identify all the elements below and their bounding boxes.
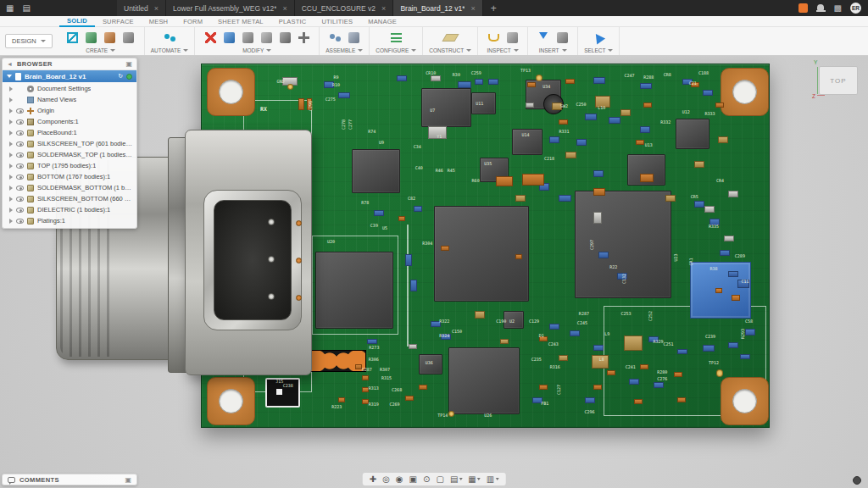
ribbon-group-label[interactable]: CONFIGURE <box>376 47 416 53</box>
fit-icon[interactable]: ▢ <box>436 475 443 484</box>
capacitor[interactable] <box>374 210 384 216</box>
ribbon-group-label[interactable]: CREATE <box>86 47 115 53</box>
inductor[interactable] <box>665 195 676 202</box>
capacitor[interactable] <box>694 201 704 208</box>
capacitor[interactable] <box>629 379 639 385</box>
capacitor[interactable] <box>570 330 580 336</box>
resistor[interactable] <box>419 385 427 390</box>
resistor[interactable] <box>643 103 652 108</box>
capacitor[interactable] <box>410 280 417 291</box>
document-tab[interactable]: Untitled× <box>117 0 166 16</box>
resistor[interactable] <box>441 246 449 251</box>
ribbon-group-label[interactable]: CONSTRUCT <box>429 47 471 53</box>
section-analysis-icon[interactable] <box>504 30 520 45</box>
construction-plane-icon[interactable] <box>442 30 459 45</box>
user-avatar[interactable]: ER <box>850 3 861 14</box>
ic-chip[interactable] <box>421 88 472 128</box>
ic-chip[interactable] <box>315 252 393 330</box>
ribbon-group-label[interactable]: MODIFY <box>242 47 271 53</box>
inductor[interactable] <box>500 339 509 345</box>
viewports-icon[interactable]: ▥ <box>487 475 498 484</box>
resistor[interactable] <box>715 288 722 293</box>
capacitor[interactable] <box>475 79 483 85</box>
capacitor[interactable] <box>405 254 412 266</box>
mounting-pad[interactable] <box>721 377 769 425</box>
visibility-eye-icon[interactable] <box>16 152 24 158</box>
tab-close-icon[interactable]: × <box>282 4 287 13</box>
resistor[interactable] <box>515 254 522 259</box>
ribbon-tab-solid[interactable]: SOLID <box>59 16 95 27</box>
resistor[interactable] <box>405 396 414 401</box>
capacitor[interactable] <box>593 77 605 84</box>
diode[interactable] <box>526 103 534 108</box>
ribbon-group-label[interactable]: AUTOMATE <box>151 47 189 53</box>
resistor[interactable] <box>565 79 574 84</box>
visibility-eye-icon[interactable] <box>16 141 24 147</box>
document-tab[interactable]: Brain_Board_12 v1*× <box>393 0 482 16</box>
tab-close-icon[interactable]: × <box>470 4 475 13</box>
ribbon-group-label[interactable]: INSPECT <box>487 47 519 53</box>
ribbon-tab-sheet-metal[interactable]: SHEET METAL <box>210 16 271 27</box>
pan-icon[interactable]: ✚ <box>370 475 376 484</box>
move-copy-icon[interactable] <box>295 30 312 45</box>
resistor[interactable] <box>593 188 605 196</box>
browser-item[interactable]: Named Views <box>3 94 136 105</box>
new-joint-icon[interactable] <box>326 30 343 45</box>
capacitor[interactable] <box>728 271 738 277</box>
capacitor[interactable] <box>745 329 755 336</box>
browser-item[interactable]: DIELECTRIC (1 bodies):1 <box>3 204 136 215</box>
inductor[interactable] <box>475 311 485 318</box>
test-pad[interactable] <box>287 84 293 90</box>
shell-icon[interactable] <box>258 30 275 45</box>
capacitor[interactable] <box>640 83 652 89</box>
collapse-panel-icon[interactable]: ◄ <box>7 61 13 67</box>
diode[interactable] <box>724 236 734 241</box>
resistor[interactable] <box>527 82 536 87</box>
resistor[interactable] <box>634 399 643 404</box>
browser-item[interactable]: SOLDERMASK_BOTTOM (1 bodi... <box>3 182 136 193</box>
tab-close-icon[interactable]: × <box>154 4 159 13</box>
inductor[interactable] <box>624 336 643 351</box>
visibility-eye-icon[interactable] <box>16 208 24 213</box>
capacitor[interactable] <box>559 195 570 202</box>
resistor[interactable] <box>636 140 644 145</box>
app-launcher-icon[interactable]: ▦ <box>6 4 14 13</box>
view-cube[interactable]: TOP Y Z <box>819 66 858 95</box>
inductor[interactable] <box>620 109 631 116</box>
browser-item[interactable]: PlaceBound:1 <box>3 127 136 138</box>
resistor[interactable] <box>362 399 369 404</box>
sync-icon[interactable]: ↻ <box>118 73 123 80</box>
create-form-icon[interactable] <box>102 30 119 45</box>
browser-item[interactable]: Document Settings <box>3 83 136 94</box>
capacitor[interactable] <box>488 79 498 85</box>
configure-icon[interactable] <box>387 30 404 45</box>
visibility-eye-icon[interactable] <box>16 197 24 202</box>
resistor[interactable] <box>362 375 369 380</box>
capacitor[interactable] <box>576 139 587 146</box>
resistor[interactable] <box>496 176 513 186</box>
inductor[interactable] <box>565 152 576 158</box>
resistor[interactable] <box>677 397 686 402</box>
capacitor[interactable] <box>703 90 713 96</box>
diode[interactable] <box>593 212 602 224</box>
resistor[interactable] <box>732 295 740 301</box>
browser-root-item[interactable]: Brain_Board_12 v1 ↻ <box>3 70 136 82</box>
capacitor[interactable] <box>703 345 715 352</box>
browser-item[interactable]: SILKSCREEN_TOP (601 bodies):1 <box>3 138 136 149</box>
status-icon[interactable] <box>853 476 861 485</box>
joint-origin-icon[interactable] <box>345 30 362 45</box>
test-pad[interactable] <box>716 369 723 376</box>
tab-close-icon[interactable]: × <box>381 4 386 13</box>
capacitor[interactable] <box>720 250 730 256</box>
ribbon-tab-mesh[interactable]: MESH <box>142 16 175 27</box>
browser-dock-icon[interactable]: ▣ <box>125 60 132 68</box>
resistor[interactable] <box>640 174 654 182</box>
fillet-icon[interactable] <box>239 30 256 45</box>
resistor[interactable] <box>362 387 369 392</box>
capacitor[interactable] <box>609 117 620 124</box>
capacitor[interactable] <box>585 397 595 403</box>
capacitor[interactable] <box>640 126 650 133</box>
capacitor[interactable] <box>677 349 687 355</box>
diode[interactable] <box>431 75 441 81</box>
look-at-icon[interactable]: ◉ <box>396 475 403 484</box>
